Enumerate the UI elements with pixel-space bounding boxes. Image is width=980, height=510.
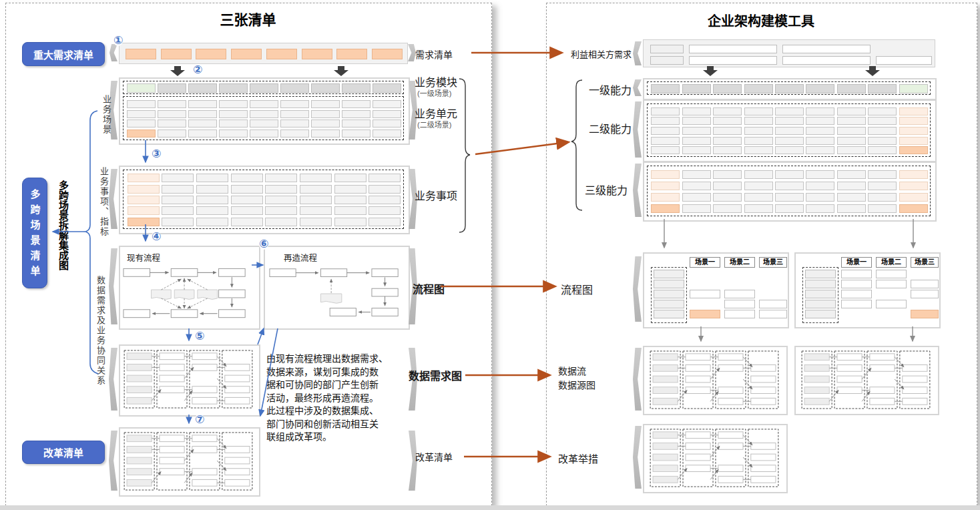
- decompose-integration-vlabel: 多跨场景拆解集成图: [56, 180, 70, 287]
- grid-cell: [311, 130, 340, 138]
- tab-scenario-3[interactable]: 场景三: [911, 257, 939, 268]
- grid-cell: [127, 83, 156, 93]
- grid-cell: [342, 100, 371, 108]
- grid-cell: [651, 170, 680, 179]
- left-panel-title: 三张清单: [5, 9, 491, 29]
- grid-cell: [196, 196, 228, 204]
- grid-cell: [158, 130, 186, 138]
- grid-cell: [334, 206, 366, 215]
- grid-cell: [806, 204, 834, 213]
- grid-cell: [868, 193, 897, 202]
- grid-cell: [651, 193, 680, 202]
- grid-cell: [373, 130, 401, 138]
- multi-cross-scenario-badge[interactable]: 多跨场景清单: [22, 178, 47, 288]
- grid-cell: [744, 204, 773, 213]
- grid-cell: [654, 270, 684, 278]
- grid-cell: [302, 49, 332, 59]
- grid-cell: [162, 218, 194, 226]
- grid-cell: [837, 84, 866, 93]
- reengineered-flow-diagram: [267, 264, 405, 326]
- grid-cell: [231, 206, 263, 215]
- grid-cell: [805, 270, 836, 278]
- grid-cell: [837, 107, 866, 115]
- grid-cell: [250, 83, 278, 93]
- step-circle-6: ⑥: [259, 238, 268, 250]
- grid-cell: [334, 174, 366, 182]
- grid-cell: [775, 204, 804, 213]
- reform-list-badge[interactable]: 改革清单: [22, 441, 105, 464]
- grid-cell: [654, 300, 684, 308]
- grid-cell: [188, 110, 217, 118]
- grid-cell: [196, 185, 228, 194]
- business-scenario-vlabel: 业务场景: [100, 95, 113, 143]
- grid-cell: [899, 170, 928, 179]
- grid-cell: [713, 127, 742, 135]
- grid-cell: [775, 182, 804, 190]
- flow-chart-label-right: 流程图: [561, 281, 593, 297]
- grid-cell: [899, 193, 928, 202]
- scenario-flow-box-1: 场景一 场景二 场景三: [643, 252, 789, 328]
- grid-cell: [744, 137, 773, 145]
- grid-cell: [158, 83, 186, 93]
- grid-cell: [265, 218, 297, 226]
- grid-cell: [300, 185, 332, 194]
- grid-cell: [373, 100, 401, 108]
- grid-cell: [841, 300, 872, 308]
- grid-cell: [231, 196, 263, 204]
- grid-cell: [651, 182, 680, 190]
- grid-cell: [369, 185, 401, 194]
- process-description-text: 由现有流程梳理出数据需求、 数据来源，谋划可集成的数 据和可协同的部门产生创新 …: [266, 352, 403, 444]
- grid-cell: [196, 206, 228, 215]
- grid-cell: [805, 300, 836, 308]
- grid-cell: [682, 84, 711, 93]
- grid-cell: [744, 170, 773, 179]
- business-unit-grid: [123, 96, 404, 140]
- requirement-list-label: 需求清单: [415, 47, 453, 61]
- grid-cell: [682, 117, 711, 125]
- business-module-row: [123, 81, 404, 94]
- grid-cell: [782, 56, 871, 65]
- grid-cell: [336, 49, 367, 59]
- tab-scenario-2[interactable]: 场景二: [876, 257, 907, 268]
- data-demand-box: [119, 344, 260, 417]
- grid-cell: [219, 119, 248, 127]
- grid-cell: [128, 185, 160, 194]
- tab-scenario-2[interactable]: 场景二: [724, 257, 755, 268]
- grid-cell: [759, 300, 787, 308]
- tab-scenario-1[interactable]: 场景一: [690, 257, 720, 268]
- tab-scenario-3[interactable]: 场景三: [759, 257, 787, 268]
- stakeholder-requirements-bar: [643, 39, 935, 67]
- grid-cell: [841, 290, 872, 298]
- grid-cell: [805, 280, 836, 288]
- window-bottom-strip: [0, 505, 980, 510]
- grid-cell: [682, 182, 711, 190]
- grid-cell: [162, 206, 194, 215]
- grid-cell: [650, 56, 684, 65]
- grid-cell: [342, 130, 371, 138]
- grid-cell: [651, 204, 680, 213]
- grid-cell: [231, 218, 263, 226]
- grid-cell: [713, 117, 742, 125]
- step-circle-4: ④: [152, 231, 161, 242]
- reform-list-box: [119, 427, 260, 497]
- grid-cell: [219, 130, 248, 138]
- grid-cell: [837, 117, 866, 125]
- grid-cell: [334, 196, 366, 204]
- grid-cell: [280, 119, 309, 127]
- level2-capability-grid: [647, 103, 931, 157]
- grid-cell: [369, 218, 401, 226]
- grid-cell: [219, 83, 248, 93]
- grid-cell: [837, 170, 866, 179]
- tab-scenario-1[interactable]: 场景一: [841, 257, 872, 268]
- grid-cell: [837, 146, 866, 154]
- grid-cell: [682, 107, 711, 115]
- grid-cell: [162, 185, 194, 194]
- grid-cell: [250, 130, 278, 138]
- grid-cell: [265, 196, 297, 204]
- reform-measures-label: 改革举措: [558, 451, 598, 465]
- level3-capability-grid: [647, 166, 931, 216]
- reform-measures-diagram: [648, 428, 781, 488]
- grid-cell: [744, 107, 773, 115]
- major-requirements-badge[interactable]: 重大需求清单: [22, 42, 105, 66]
- grid-cell: [713, 193, 742, 202]
